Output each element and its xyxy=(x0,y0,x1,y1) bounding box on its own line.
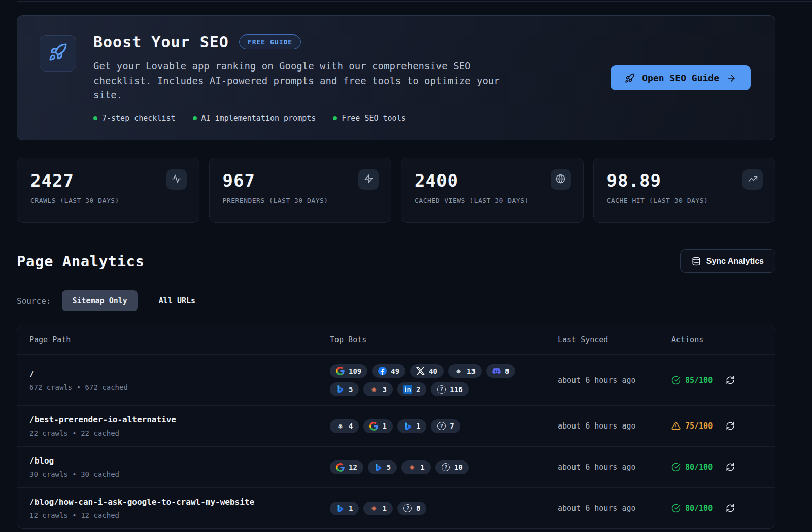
sync-analytics-button[interactable]: Sync Analytics xyxy=(680,249,775,273)
seo-score: 80/100 xyxy=(671,504,713,513)
claude-icon: ✺ xyxy=(408,463,416,472)
col-header-actions: Actions xyxy=(671,335,763,344)
page-meta: 12 crawls • 12 cached xyxy=(29,511,330,519)
last-synced: about 6 hours ago xyxy=(558,421,671,431)
table-row: / 672 crawls • 672 cached 109 49 40 ❋13 … xyxy=(17,354,775,405)
bot-badge-bing: 1 xyxy=(397,419,426,433)
page-path: /blog/how-can-i-ask-google-to-crawl-my-w… xyxy=(29,497,330,507)
page-analytics-title: Page Analytics xyxy=(17,253,144,270)
bot-badge-facebook: 49 xyxy=(372,364,405,378)
refresh-icon xyxy=(726,376,735,385)
last-synced: about 6 hours ago xyxy=(558,504,671,513)
alert-triangle-icon xyxy=(671,421,681,431)
feature-item: AI implementation prompts xyxy=(193,114,316,123)
bot-badge-google: 109 xyxy=(330,364,367,378)
unknown-bot-icon: ? xyxy=(437,422,446,431)
refresh-button[interactable] xyxy=(726,421,735,431)
unknown-bot-icon: ? xyxy=(442,463,450,472)
refresh-button[interactable] xyxy=(726,504,735,513)
refresh-button[interactable] xyxy=(726,376,735,385)
stat-cards: 2427 CRAWLS (LAST 30 DAYS) 967 PRERENDER… xyxy=(17,158,775,223)
seo-score: 75/100 xyxy=(671,421,713,431)
bing-icon xyxy=(374,463,383,472)
unknown-bot-icon: ? xyxy=(403,504,412,513)
spider-bot-icon: ❅ xyxy=(336,422,345,431)
bot-badge-unknown: ?116 xyxy=(431,382,468,396)
bot-badge-spider: ❅4 xyxy=(330,419,359,433)
stat-label: PRERENDERS (LAST 30 DAYS) xyxy=(223,197,378,204)
stat-card-cache-hit: 98.89 CACHE HIT (LAST 30 DAYS) xyxy=(593,158,776,223)
page-path: /best-prerender-io-alternative xyxy=(29,415,330,424)
stat-value: 2427 xyxy=(30,170,186,191)
rocket-icon xyxy=(625,73,635,83)
bot-badge-unknown: ?10 xyxy=(435,460,469,474)
google-icon xyxy=(369,422,378,431)
stat-value: 98.89 xyxy=(607,170,762,191)
last-synced: about 6 hours ago xyxy=(558,376,671,385)
claude-icon: ✺ xyxy=(369,385,378,394)
open-seo-guide-button[interactable]: Open SEO Guide xyxy=(611,65,751,90)
bot-badge-discord: 8 xyxy=(486,364,515,378)
last-synced: about 6 hours ago xyxy=(558,463,671,472)
arrow-right-icon xyxy=(726,73,736,83)
refresh-button[interactable] xyxy=(726,463,735,472)
google-icon xyxy=(336,367,345,375)
refresh-icon xyxy=(726,504,735,513)
bot-badge-google: 12 xyxy=(330,460,363,474)
top-divider xyxy=(17,1,812,2)
refresh-icon xyxy=(726,463,735,472)
google-icon xyxy=(336,463,345,472)
check-circle-icon xyxy=(671,504,681,513)
bot-badges: 1 ✺1 ?8 xyxy=(330,502,558,515)
open-seo-guide-label: Open SEO Guide xyxy=(642,73,719,83)
sync-analytics-label: Sync Analytics xyxy=(706,257,764,266)
bot-badge-unknown: ?8 xyxy=(397,502,426,515)
discord-icon xyxy=(492,367,501,375)
page-meta: 30 crawls • 30 cached xyxy=(29,470,330,478)
stat-label: CRAWLS (LAST 30 DAYS) xyxy=(30,197,186,204)
banner-features: 7-step checklist AI implementation promp… xyxy=(93,114,593,123)
bot-badge-google: 1 xyxy=(363,419,392,433)
stat-card-crawls: 2427 CRAWLS (LAST 30 DAYS) xyxy=(17,158,199,223)
free-guide-badge: FREE GUIDE xyxy=(239,34,301,49)
banner-description: Get your Lovable app ranking on Google w… xyxy=(93,59,515,103)
refresh-icon xyxy=(726,421,735,431)
bot-badge-bing: 5 xyxy=(330,382,359,396)
bing-icon xyxy=(336,504,345,513)
source-option-sitemap-only[interactable]: Sitemap Only xyxy=(62,290,137,311)
page-path: / xyxy=(29,369,330,379)
feature-label: AI implementation prompts xyxy=(201,114,316,123)
seo-banner: Boost Your SEO FREE GUIDE Get your Lovab… xyxy=(17,15,775,140)
stat-label: CACHE HIT (LAST 30 DAYS) xyxy=(607,197,762,204)
bot-badge-claude: ✺3 xyxy=(363,382,392,396)
bot-badge-bing: 5 xyxy=(368,460,397,474)
stat-label: CACHED VIEWS (LAST 30 DAYS) xyxy=(415,197,570,204)
table-row: /best-prerender-io-alternative 22 crawls… xyxy=(17,405,775,446)
seo-score: 85/100 xyxy=(671,376,713,385)
col-header-page-path: Page Path xyxy=(29,335,330,344)
source-option-all-urls[interactable]: All URLs xyxy=(149,290,206,311)
dashboard-page: Boost Your SEO FREE GUIDE Get your Lovab… xyxy=(17,15,775,529)
trending-up-icon xyxy=(742,169,763,190)
table-row: /blog/how-can-i-ask-google-to-crawl-my-w… xyxy=(17,487,775,528)
stat-card-prerenders: 967 PRERENDERS (LAST 30 DAYS) xyxy=(209,158,392,223)
unknown-bot-icon: ? xyxy=(437,385,446,394)
check-circle-icon xyxy=(671,463,681,472)
bot-badges: 12 5 ✺1 ?10 xyxy=(330,460,558,474)
rocket-icon xyxy=(48,43,67,64)
feature-item: Free SEO tools xyxy=(333,114,405,123)
linkedin-icon xyxy=(403,385,412,394)
green-dot-icon xyxy=(193,116,197,120)
bot-badges: ❅4 1 1 ?7 xyxy=(330,419,558,433)
bot-badge-x: 40 xyxy=(410,364,444,378)
feature-label: 7-step checklist xyxy=(102,114,176,123)
feature-item: 7-step checklist xyxy=(93,114,176,123)
col-header-last-synced: Last Synced xyxy=(558,335,671,344)
bot-badge-claude: ✺1 xyxy=(363,502,392,515)
openai-icon: ❋ xyxy=(454,367,463,375)
bot-badge-openai: ❋13 xyxy=(448,364,482,378)
bot-badges: 109 49 40 ❋13 8 5 ✺3 2 ?116 xyxy=(330,364,558,396)
stat-value: 967 xyxy=(223,170,378,191)
table-row: /blog 30 crawls • 30 cached 12 5 ✺1 ?10 … xyxy=(17,446,775,487)
source-toggle: Source: Sitemap Only All URLs xyxy=(17,290,775,311)
